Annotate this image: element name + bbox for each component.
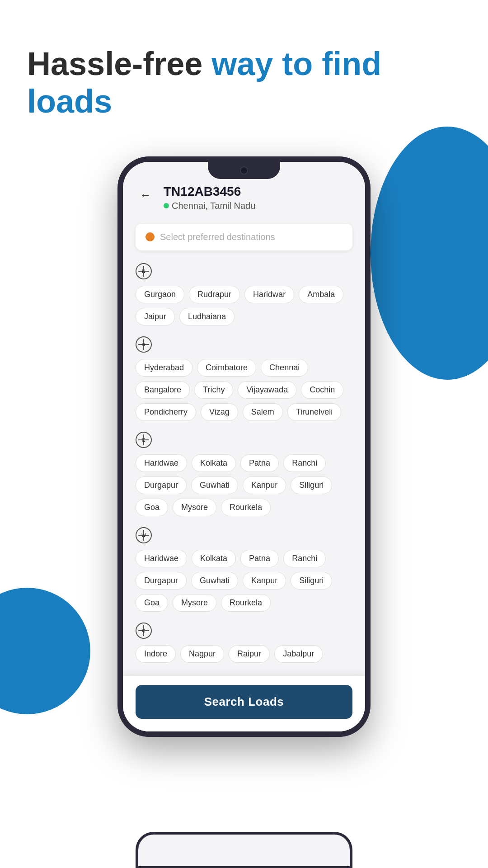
- tag-mysore[interactable]: Mysore: [173, 499, 216, 516]
- tag-rourkela[interactable]: Rourkela: [221, 499, 271, 516]
- location-pin-icon: [145, 232, 155, 241]
- direction-badge-s: S: [136, 336, 152, 353]
- svg-text:N: N: [142, 269, 145, 274]
- tag-patna[interactable]: Patna: [240, 550, 279, 567]
- phone-mockup: ← TN12AB3456 Chennai, Tamil Nadu Selec: [117, 156, 371, 737]
- tag-rourkela[interactable]: Rourkela: [221, 594, 271, 612]
- tag-haridwae[interactable]: Haridwae: [136, 550, 187, 567]
- tag-siliguri[interactable]: Siliguri: [291, 572, 332, 590]
- phone-camera: [240, 166, 248, 175]
- tag-siliguri[interactable]: Siliguri: [291, 476, 332, 494]
- phone-screen: ← TN12AB3456 Chennai, Tamil Nadu Selec: [123, 162, 365, 731]
- tag-trichy[interactable]: Trichy: [194, 381, 233, 399]
- direction-section-e: E HaridwaeKolkataPatnaRanchiDurgapurGuwh…: [136, 432, 352, 516]
- tag-ranchi[interactable]: Ranchi: [283, 454, 326, 472]
- direction-section-n: N GurgaonRudrapurHaridwarAmbalaJaipurLud…: [136, 263, 352, 326]
- tag-cochin[interactable]: Cochin: [301, 381, 343, 399]
- vehicle-location: Chennai, Tamil Nadu: [164, 201, 255, 211]
- tag-coimbatore[interactable]: Coimbatore: [197, 359, 256, 377]
- tag-durgapur[interactable]: Durgapur: [136, 476, 187, 494]
- phone-container: ← TN12AB3456 Chennai, Tamil Nadu Selec: [0, 156, 488, 737]
- tag-mysore[interactable]: Mysore: [173, 594, 216, 612]
- screen-header: ← TN12AB3456 Chennai, Tamil Nadu: [136, 184, 352, 211]
- direction-badge-w: W: [136, 527, 152, 543]
- location-text: Chennai, Tamil Nadu: [172, 201, 255, 211]
- tags-e: HaridwaeKolkataPatnaRanchiDurgapurGuwhat…: [136, 454, 352, 516]
- directions-container: N GurgaonRudrapurHaridwarAmbalaJaipurLud…: [136, 263, 352, 663]
- tag-jabalpur[interactable]: Jabalpur: [274, 645, 323, 663]
- tags-c: IndoreNagpurRaipurJabalpur: [136, 645, 352, 663]
- tag-ludhaiana[interactable]: Ludhaiana: [179, 308, 235, 326]
- tag-chennai[interactable]: Chennai: [261, 359, 308, 377]
- phone-notch: [208, 162, 280, 179]
- hero-title: Hassle-free way to find loads: [27, 45, 461, 120]
- hero-title-normal: Hassle-free: [27, 46, 211, 82]
- tag-nagpur[interactable]: Nagpur: [180, 645, 224, 663]
- tag-raipur[interactable]: Raipur: [229, 645, 270, 663]
- search-btn-container: Search Loads: [123, 676, 365, 731]
- tag-patna[interactable]: Patna: [240, 454, 279, 472]
- direction-section-w: W HaridwaeKolkataPatnaRanchiDurgapurGuwh…: [136, 527, 352, 612]
- vehicle-number: TN12AB3456: [164, 184, 255, 199]
- tags-s: HyderabadCoimbatoreChennaiBangaloreTrich…: [136, 359, 352, 421]
- tag-gurgaon[interactable]: Gurgaon: [136, 286, 184, 303]
- tag-ranchi[interactable]: Ranchi: [283, 550, 326, 567]
- tag-vizag[interactable]: Vizag: [201, 403, 238, 421]
- tag-kolkata[interactable]: Kolkata: [192, 454, 236, 472]
- svg-text:S: S: [142, 342, 145, 347]
- tag-guwhati[interactable]: Guwhati: [191, 476, 238, 494]
- svg-text:C: C: [142, 628, 145, 633]
- tags-n: GurgaonRudrapurHaridwarAmbalaJaipurLudha…: [136, 286, 352, 326]
- direction-header-n: N: [136, 263, 352, 279]
- direction-header-s: S: [136, 336, 352, 353]
- direction-badge-c: C: [136, 623, 152, 639]
- tag-goa[interactable]: Goa: [136, 499, 168, 516]
- tag-ambala[interactable]: Ambala: [299, 286, 343, 303]
- tags-w: HaridwaeKolkataPatnaRanchiDurgapurGuwhat…: [136, 550, 352, 612]
- svg-text:W: W: [141, 533, 146, 538]
- online-indicator: [164, 203, 169, 208]
- direction-badge-e: E: [136, 432, 152, 448]
- tag-vijayawada[interactable]: Vijayawada: [238, 381, 296, 399]
- tag-indore[interactable]: Indore: [136, 645, 176, 663]
- tag-pondicherry[interactable]: Pondicherry: [136, 403, 196, 421]
- tag-haridwae[interactable]: Haridwae: [136, 454, 187, 472]
- tag-tirunelveli[interactable]: Tirunelveli: [287, 403, 341, 421]
- tag-bangalore[interactable]: Bangalore: [136, 381, 190, 399]
- direction-badge-n: N: [136, 263, 152, 279]
- direction-header-w: W: [136, 527, 352, 543]
- search-loads-button[interactable]: Search Loads: [136, 685, 352, 719]
- tag-guwhati[interactable]: Guwhati: [191, 572, 238, 590]
- tag-kolkata[interactable]: Kolkata: [192, 550, 236, 567]
- tag-durgapur[interactable]: Durgapur: [136, 572, 187, 590]
- tag-goa[interactable]: Goa: [136, 594, 168, 612]
- tag-rudrapur[interactable]: Rudrapur: [189, 286, 240, 303]
- bottom-phone-inner: [138, 835, 350, 866]
- tag-kanpur[interactable]: Kanpur: [243, 476, 286, 494]
- tag-salem[interactable]: Salem: [243, 403, 283, 421]
- vehicle-info: TN12AB3456 Chennai, Tamil Nadu: [164, 184, 255, 211]
- tag-kanpur[interactable]: Kanpur: [243, 572, 286, 590]
- svg-text:E: E: [142, 438, 145, 443]
- tag-jaipur[interactable]: Jaipur: [136, 308, 175, 326]
- direction-header-c: C: [136, 623, 352, 639]
- direction-section-c: C IndoreNagpurRaipurJabalpur: [136, 623, 352, 663]
- page-wrapper: Hassle-free way to find loads ← TN12AB34…: [0, 0, 488, 868]
- tag-hyderabad[interactable]: Hyderabad: [136, 359, 192, 377]
- back-button[interactable]: ←: [136, 185, 155, 205]
- hero-section: Hassle-free way to find loads: [0, 0, 488, 138]
- direction-header-e: E: [136, 432, 352, 448]
- phone-inner: ← TN12AB3456 Chennai, Tamil Nadu Selec: [123, 162, 365, 731]
- destination-search-bar[interactable]: Select preferred destinations: [136, 224, 352, 250]
- direction-section-s: S HyderabadCoimbatoreChennaiBangaloreTri…: [136, 336, 352, 421]
- tag-haridwar[interactable]: Haridwar: [244, 286, 294, 303]
- bottom-phone-partial: [136, 832, 352, 868]
- search-placeholder-text: Select preferred destinations: [160, 232, 275, 242]
